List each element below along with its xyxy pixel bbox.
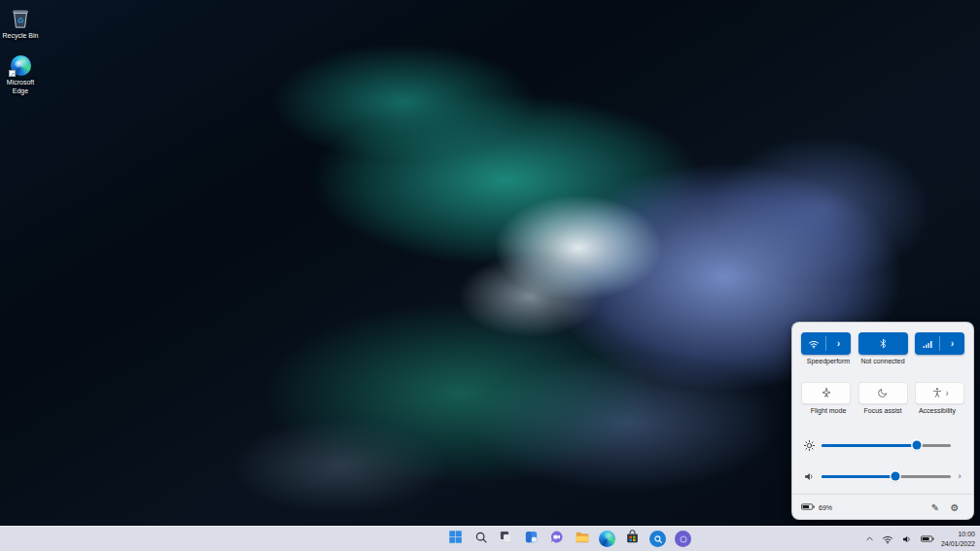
brightness-sun-icon bbox=[801, 439, 818, 452]
volume-speaker-icon bbox=[801, 470, 818, 483]
media-app-button[interactable] bbox=[673, 529, 693, 549]
brightness-slider-thumb[interactable] bbox=[913, 441, 922, 450]
tray-chevron-up-icon[interactable] bbox=[864, 533, 875, 545]
volume-slider[interactable] bbox=[822, 475, 951, 478]
wifi-tile-label: Speedperform bbox=[801, 358, 856, 364]
bluetooth-icon bbox=[858, 332, 908, 355]
flight-mode-label: Flight mode bbox=[801, 407, 856, 414]
tray-volume-icon[interactable] bbox=[900, 532, 914, 547]
brightness-slider[interactable] bbox=[822, 444, 951, 447]
taskbar-pinned-apps bbox=[445, 527, 693, 551]
task-view-icon bbox=[499, 530, 513, 548]
cellular-icon[interactable] bbox=[915, 332, 939, 355]
cellular-tile-label bbox=[910, 358, 964, 364]
recycle-bin-icon: ♻ bbox=[9, 7, 32, 30]
search-app-icon bbox=[649, 531, 666, 547]
edge-icon: ↗ bbox=[9, 53, 32, 77]
microsoft-store-button[interactable] bbox=[622, 529, 643, 549]
search-app-button[interactable] bbox=[648, 529, 668, 549]
media-app-icon bbox=[675, 531, 691, 547]
desktop-icon-microsoft-edge[interactable]: ↗ Microsoft Edge bbox=[1, 53, 40, 96]
battery-icon bbox=[801, 502, 815, 512]
brightness-slider-row: › bbox=[801, 437, 964, 453]
wifi-expand-chevron-icon[interactable]: › bbox=[826, 332, 851, 355]
widgets-button[interactable] bbox=[521, 529, 542, 549]
shortcut-arrow-icon: ↗ bbox=[9, 70, 16, 77]
quick-settings-row2: › bbox=[801, 382, 964, 404]
desktop-icon-recycle-bin[interactable]: ♻ Recycle Bin bbox=[1, 7, 40, 41]
airplane-icon bbox=[821, 385, 832, 402]
battery-percent-label: 69% bbox=[819, 504, 832, 511]
cellular-tile[interactable]: › bbox=[915, 332, 964, 355]
chat-button[interactable] bbox=[546, 529, 567, 549]
taskbar: 10:00 24/01/2022 bbox=[0, 526, 980, 551]
quick-settings-panel: › › bbox=[791, 322, 974, 520]
bluetooth-tile-label: Not connected bbox=[856, 358, 910, 364]
tray-battery-icon[interactable] bbox=[920, 533, 935, 545]
accessibility-icon bbox=[931, 385, 943, 402]
edit-quick-settings-pencil-icon[interactable]: ✎ bbox=[926, 502, 945, 513]
focus-assist-tile[interactable] bbox=[858, 382, 908, 404]
tray-date: 24/01/2022 bbox=[941, 539, 975, 548]
microsoft-store-icon bbox=[625, 530, 640, 548]
start-button[interactable] bbox=[445, 529, 466, 549]
desktop-icon-label: Microsoft Edge bbox=[4, 79, 37, 96]
accessibility-tile[interactable]: › bbox=[915, 382, 964, 404]
svg-text:♻: ♻ bbox=[17, 17, 23, 25]
tray-clock[interactable]: 10:00 24/01/2022 bbox=[941, 530, 977, 548]
settings-gear-icon[interactable]: ⚙ bbox=[945, 502, 964, 513]
tray-time: 10:00 bbox=[941, 530, 975, 538]
widgets-icon bbox=[524, 530, 539, 548]
accessibility-label: Accessibility bbox=[910, 407, 964, 414]
file-explorer-icon bbox=[575, 530, 590, 549]
quick-settings-row2-labels: Flight mode Focus assist Accessibility bbox=[801, 407, 964, 414]
focus-assist-label: Focus assist bbox=[856, 407, 910, 414]
quick-settings-row1-labels: Speedperform Not connected bbox=[801, 358, 964, 364]
system-tray: 10:00 24/01/2022 bbox=[864, 527, 977, 551]
battery-status[interactable]: 69% bbox=[801, 502, 832, 512]
search-button[interactable] bbox=[471, 529, 491, 549]
moon-icon bbox=[877, 385, 889, 402]
wifi-tile[interactable]: › bbox=[801, 332, 851, 355]
quick-settings-row1: › › bbox=[801, 332, 964, 355]
tray-wifi-icon[interactable] bbox=[881, 532, 894, 547]
cellular-expand-chevron-icon[interactable]: › bbox=[940, 332, 964, 355]
file-explorer-button[interactable] bbox=[572, 529, 592, 549]
desktop-icon-label: Recycle Bin bbox=[3, 32, 39, 41]
windows-start-icon bbox=[448, 530, 463, 548]
windows-desktop: ♻ Recycle Bin ↗ Microsoft Edge › bbox=[0, 0, 980, 551]
volume-slider-thumb[interactable] bbox=[891, 472, 899, 481]
edge-icon bbox=[599, 531, 615, 547]
wifi-icon[interactable] bbox=[801, 332, 825, 355]
volume-slider-row: › bbox=[801, 468, 964, 484]
quick-settings-bottom-bar: 69% ✎ ⚙ bbox=[801, 495, 964, 520]
flight-mode-tile[interactable] bbox=[801, 382, 851, 404]
volume-output-chevron-icon[interactable]: › bbox=[955, 471, 964, 481]
edge-button[interactable] bbox=[597, 529, 617, 549]
search-icon bbox=[474, 531, 488, 548]
accessibility-expand-chevron-icon: › bbox=[946, 388, 949, 397]
bluetooth-tile[interactable] bbox=[858, 332, 908, 355]
task-view-button[interactable] bbox=[496, 529, 516, 549]
chat-icon bbox=[549, 530, 564, 548]
